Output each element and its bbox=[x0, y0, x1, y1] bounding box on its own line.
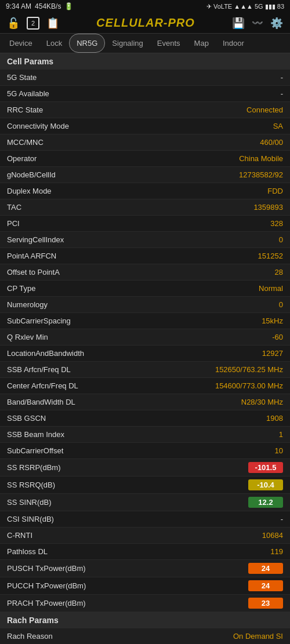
param-label: MCC/MNC bbox=[7, 138, 213, 147]
param-label: LocationAndBandwidth bbox=[7, 349, 213, 358]
param-value: 152650/763.25 MHz bbox=[213, 365, 283, 374]
param-row: gNodeB/CellId12738582/92 bbox=[0, 167, 290, 183]
param-label: Center Arfcn/Freq DL bbox=[7, 381, 213, 390]
param-value: 328 bbox=[213, 219, 283, 228]
param-row: PUSCH TxPower(dBm)24 bbox=[0, 560, 290, 577]
param-row: PointA ARFCN151252 bbox=[0, 248, 290, 264]
main-content: Cell Params5G State-5G Available-RRC Sta… bbox=[0, 53, 290, 644]
section-header-0: Cell Params bbox=[0, 53, 290, 70]
param-value: Connected bbox=[213, 105, 283, 114]
param-row: SS RSRQ(dB)-10.4 bbox=[0, 476, 290, 494]
save-icon[interactable]: 💾 bbox=[232, 17, 245, 30]
param-value: 10 bbox=[213, 446, 283, 455]
param-label: C-RNTI bbox=[7, 531, 213, 540]
param-label: SS RSRP(dBm) bbox=[7, 463, 248, 472]
param-value: -10.4 bbox=[248, 479, 283, 490]
param-row: SSB Arfcn/Freq DL152650/763.25 MHz bbox=[0, 362, 290, 378]
param-row: SS RSRP(dBm)-101.5 bbox=[0, 459, 290, 476]
num-badge[interactable]: 2 bbox=[27, 17, 39, 30]
param-label: Operator bbox=[7, 154, 213, 163]
param-value: Normal bbox=[213, 284, 283, 293]
header-left-icons: 🔓 2 📋 bbox=[7, 17, 59, 30]
param-value: 460/00 bbox=[213, 138, 283, 147]
param-row: C-RNTI10684 bbox=[0, 527, 290, 544]
nav-tab-nr5g[interactable]: NR5G bbox=[69, 34, 105, 53]
param-label: ServingCellIndex bbox=[7, 235, 213, 244]
param-label: Offset to PointA bbox=[7, 268, 213, 276]
param-row: Numerology0 bbox=[0, 297, 290, 313]
param-value: China Mobile bbox=[213, 154, 283, 163]
param-value: SA bbox=[213, 122, 283, 130]
param-value: 28 bbox=[213, 268, 283, 276]
param-value: 0 bbox=[213, 300, 283, 309]
param-row: ServingCellIndex0 bbox=[0, 232, 290, 248]
param-row: CSI SINR(dB)- bbox=[0, 511, 290, 527]
nav-tab-map[interactable]: Map bbox=[187, 34, 216, 52]
param-value: 1359893 bbox=[213, 203, 283, 212]
param-value: - bbox=[213, 73, 283, 82]
param-label: CSI SINR(dB) bbox=[7, 515, 213, 523]
battery-icon: 🔋 bbox=[64, 2, 73, 10]
nav-tab-lock[interactable]: Lock bbox=[39, 34, 69, 52]
param-row: 5G Available- bbox=[0, 86, 290, 102]
param-label: Numerology bbox=[7, 300, 213, 309]
param-value: N28/30 MHz bbox=[213, 398, 283, 406]
param-row: Q Rxlev Min-60 bbox=[0, 329, 290, 345]
param-row: SSB GSCN1908 bbox=[0, 410, 290, 427]
settings-icon[interactable]: ⚙️ bbox=[270, 17, 283, 30]
param-row: Duplex ModeFDD bbox=[0, 183, 290, 199]
param-value: 1 bbox=[213, 430, 283, 439]
param-value: - bbox=[213, 89, 283, 98]
value-badge: 23 bbox=[248, 598, 283, 609]
lock-icon[interactable]: 🔓 bbox=[7, 17, 20, 30]
param-value: -60 bbox=[213, 333, 283, 341]
param-label: SSB Arfcn/Freq DL bbox=[7, 365, 213, 374]
param-label: SSB GSCN bbox=[7, 414, 213, 423]
status-left: 9:34 AM 454KB/s 🔋 bbox=[6, 2, 73, 10]
param-value: 119 bbox=[213, 547, 283, 556]
clipboard-icon[interactable]: 📋 bbox=[46, 17, 59, 30]
status-bar: 9:34 AM 454KB/s 🔋 ✈ VoLTE ▲▲▲ 5G ▮▮▮ 83 bbox=[0, 0, 290, 13]
nav-tab-events[interactable]: Events bbox=[150, 34, 187, 52]
param-label: PUCCH TxPower(dBm) bbox=[7, 581, 248, 590]
status-right: ✈ VoLTE ▲▲▲ 5G ▮▮▮ 83 bbox=[206, 3, 284, 10]
param-row: SubCarrierSpacing15kHz bbox=[0, 313, 290, 329]
param-row: PUCCH TxPower(dBm)24 bbox=[0, 577, 290, 595]
param-value: 10684 bbox=[213, 531, 283, 540]
value-badge: 12.2 bbox=[248, 497, 283, 508]
param-label: PUSCH TxPower(dBm) bbox=[7, 564, 248, 573]
param-label: PCI bbox=[7, 219, 213, 228]
param-label: RRC State bbox=[7, 105, 213, 114]
param-label: Connectivity Mode bbox=[7, 122, 213, 130]
num-badge-value: 2 bbox=[31, 20, 35, 27]
param-value: FDD bbox=[213, 187, 283, 195]
param-label: SS RSRQ(dB) bbox=[7, 481, 248, 489]
param-label: CP Type bbox=[7, 284, 213, 293]
param-label: 5G Available bbox=[7, 89, 213, 98]
nav-tab-signaling[interactable]: Signaling bbox=[105, 34, 150, 52]
param-value: 12.2 bbox=[248, 497, 283, 508]
param-label: Pathloss DL bbox=[7, 547, 213, 556]
param-row: LocationAndBandwidth12927 bbox=[0, 345, 290, 362]
param-row: SSB Beam Index1 bbox=[0, 427, 290, 443]
param-row: 5G State- bbox=[0, 70, 290, 86]
value-badge: 24 bbox=[248, 580, 283, 591]
param-value: - bbox=[213, 515, 283, 523]
nav-tab-indoor[interactable]: Indoor bbox=[216, 34, 251, 52]
nav-tabs: DeviceLockNR5GSignalingEventsMapIndoor bbox=[0, 34, 290, 53]
param-row: OperatorChina Mobile bbox=[0, 151, 290, 167]
param-value: 24 bbox=[248, 580, 283, 591]
wave-icon[interactable]: 〰️ bbox=[252, 17, 263, 28]
nav-tab-device[interactable]: Device bbox=[2, 34, 39, 52]
app-title: Cellular-Pro bbox=[96, 16, 195, 30]
param-value: 154600/773.00 MHz bbox=[213, 381, 283, 390]
param-value: 12738582/92 bbox=[213, 170, 283, 179]
param-label: SSB Beam Index bbox=[7, 430, 213, 439]
param-value: 15kHz bbox=[213, 316, 283, 325]
param-label: SS SINR(dB) bbox=[7, 498, 248, 507]
param-row: Band/BandWidth DLN28/30 MHz bbox=[0, 394, 290, 410]
param-row: SS SINR(dB)12.2 bbox=[0, 494, 290, 511]
value-badge: 24 bbox=[248, 563, 283, 574]
param-label: Duplex Mode bbox=[7, 187, 213, 195]
value-badge: -10.4 bbox=[248, 479, 283, 490]
